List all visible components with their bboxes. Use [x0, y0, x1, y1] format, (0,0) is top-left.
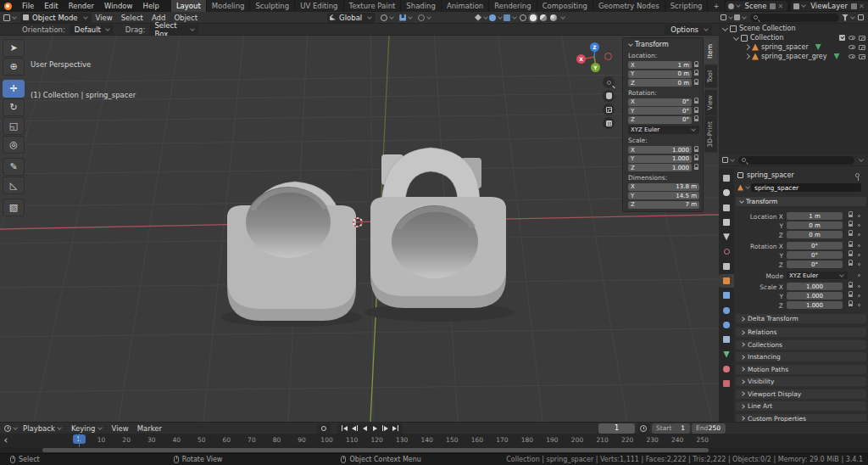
- properties-tab-physics[interactable]: [719, 318, 734, 332]
- copy-view-layer-icon[interactable]: [851, 3, 857, 9]
- value-field[interactable]: 0°: [787, 242, 843, 249]
- play-button[interactable]: [370, 424, 380, 433]
- properties-tab-texture[interactable]: [719, 377, 734, 390]
- transform-panel-header[interactable]: Transform: [623, 40, 703, 50]
- shading-material-icon[interactable]: [540, 14, 547, 21]
- workspace-tab-sculpting[interactable]: Sculpting: [250, 0, 295, 12]
- lock-icon[interactable]: [694, 81, 699, 85]
- shading-rendered-icon[interactable]: [550, 14, 557, 21]
- view-layer-selector[interactable]: ViewLayer ✕: [791, 1, 868, 11]
- lock-icon[interactable]: [694, 72, 699, 76]
- orientation-setting-dropdown[interactable]: Default: [70, 25, 114, 35]
- outliner-row-spring_spacer_grey[interactable]: spring_spacer_grey: [719, 52, 868, 61]
- animate-dot[interactable]: [858, 254, 860, 256]
- animate-dot[interactable]: [858, 274, 860, 277]
- properties-tab-output[interactable]: [719, 201, 734, 215]
- properties-tab-object-data[interactable]: [719, 348, 734, 361]
- panel-viewport-display[interactable]: Viewport Display: [736, 389, 866, 399]
- value-field[interactable]: X13.8 m: [628, 183, 699, 191]
- animate-dot[interactable]: [858, 294, 860, 297]
- viewport-3d[interactable]: User Perspective (1) Collection | spring…: [0, 36, 719, 422]
- properties-tab-collection[interactable]: [719, 260, 734, 273]
- gizmo-z-axis[interactable]: Z: [590, 42, 599, 52]
- options-dropdown[interactable]: Options: [665, 25, 712, 35]
- hide-eye-icon[interactable]: [849, 45, 855, 49]
- auto-keying-button[interactable]: [317, 423, 331, 434]
- play-reverse-button[interactable]: [360, 424, 370, 433]
- panel-relations[interactable]: Relations: [736, 328, 866, 337]
- pivot-point-icon[interactable]: [381, 14, 387, 21]
- workspace-tab-geometry-nodes[interactable]: Geometry Nodes: [593, 0, 665, 12]
- menu-help[interactable]: Help: [137, 0, 164, 12]
- panel-motion-paths[interactable]: Motion Paths: [736, 365, 866, 374]
- n-panel-tab-view[interactable]: View: [704, 90, 717, 115]
- rotation-mode-dropdown[interactable]: XYZ Euler: [628, 126, 699, 134]
- new-collection-icon[interactable]: [858, 14, 864, 20]
- value-field[interactable]: 0°: [787, 261, 843, 268]
- mode-selector[interactable]: Object Mode: [20, 13, 92, 23]
- value-field[interactable]: 0°: [787, 251, 843, 259]
- filter-icon[interactable]: [842, 14, 849, 21]
- timeline-menu-marker[interactable]: Marker: [133, 424, 166, 433]
- lock-icon[interactable]: [849, 294, 854, 297]
- properties-tab-constraints[interactable]: [719, 333, 734, 346]
- annotate-tool[interactable]: ✎: [3, 158, 25, 176]
- expander-icon[interactable]: [722, 25, 728, 31]
- blender-logo-icon[interactable]: [4, 3, 12, 10]
- properties-transform-header[interactable]: Transform: [736, 197, 866, 206]
- timeline-menu-keying[interactable]: Keying: [67, 424, 108, 433]
- n-panel-tab-3d-print[interactable]: 3D-Print: [704, 116, 717, 153]
- unlink-scene-icon[interactable]: ✕: [776, 3, 785, 10]
- value-field[interactable]: 1.000: [787, 292, 843, 300]
- previous-keyframe-button[interactable]: [350, 424, 359, 433]
- value-field[interactable]: Z1.000: [628, 164, 692, 171]
- outliner-row-spring_spacer[interactable]: spring_spacer: [719, 42, 868, 52]
- animate-dot[interactable]: [858, 285, 860, 288]
- editor-type-icon[interactable]: [3, 14, 10, 21]
- workspace-tab-scripting[interactable]: Scripting: [665, 0, 709, 12]
- panel-line-art[interactable]: Line Art: [736, 401, 866, 411]
- lock-icon[interactable]: [694, 166, 699, 170]
- pin-scene-icon[interactable]: [770, 3, 776, 9]
- animate-dot[interactable]: [858, 215, 860, 217]
- subpanel-delta-transform[interactable]: Delta Transform: [736, 314, 866, 323]
- drag-setting-dropdown[interactable]: Select Box: [149, 25, 198, 35]
- value-field[interactable]: 1.000: [787, 283, 843, 290]
- expander-icon[interactable]: [744, 53, 750, 59]
- value-field[interactable]: Z0 m: [628, 79, 692, 87]
- value-field[interactable]: 0 m: [787, 221, 843, 229]
- workspace-tab-uv-editing[interactable]: UV Editing: [295, 0, 343, 12]
- jump-to-end-button[interactable]: [391, 424, 400, 433]
- disable-render-icon[interactable]: [859, 45, 865, 50]
- animate-dot[interactable]: [858, 224, 860, 227]
- pan-button[interactable]: [603, 90, 615, 102]
- workspace-tab-shading[interactable]: Shading: [401, 0, 442, 12]
- scene-selector[interactable]: Scene ✕: [726, 1, 788, 11]
- properties-tab-world[interactable]: [719, 245, 734, 259]
- mode-dropdown[interactable]: XYZ Euler: [787, 272, 848, 279]
- proportional-editing-icon[interactable]: [418, 14, 425, 21]
- lock-icon[interactable]: [849, 262, 854, 266]
- lock-icon[interactable]: [694, 157, 699, 160]
- properties-tab-material[interactable]: [719, 362, 734, 376]
- timeline-menu-playback[interactable]: Playback: [19, 424, 67, 433]
- lock-icon[interactable]: [849, 284, 854, 288]
- show-overlays-icon[interactable]: [489, 14, 496, 21]
- animate-dot[interactable]: [858, 233, 860, 236]
- timeline-editor-type-icon[interactable]: [4, 425, 11, 432]
- disable-render-icon[interactable]: [859, 54, 865, 59]
- current-frame-field[interactable]: 1: [598, 423, 635, 434]
- scene-name[interactable]: Scene: [742, 2, 771, 10]
- menu-render[interactable]: Render: [64, 0, 99, 12]
- properties-tab-view-layer[interactable]: [719, 216, 734, 229]
- frame-end-field[interactable]: End 250: [692, 423, 726, 434]
- move-tool[interactable]: ✛: [3, 80, 25, 98]
- value-field[interactable]: Y0°: [628, 107, 692, 115]
- camera-view-button[interactable]: [603, 104, 615, 115]
- zoom-button[interactable]: [603, 76, 615, 88]
- viewport-menu-view[interactable]: View: [92, 14, 117, 22]
- lock-icon[interactable]: [849, 223, 854, 227]
- outliner-row-scene-collection[interactable]: Scene Collection: [719, 24, 868, 33]
- snap-magnet-icon[interactable]: [399, 14, 406, 21]
- shading-wireframe-icon[interactable]: [520, 14, 526, 21]
